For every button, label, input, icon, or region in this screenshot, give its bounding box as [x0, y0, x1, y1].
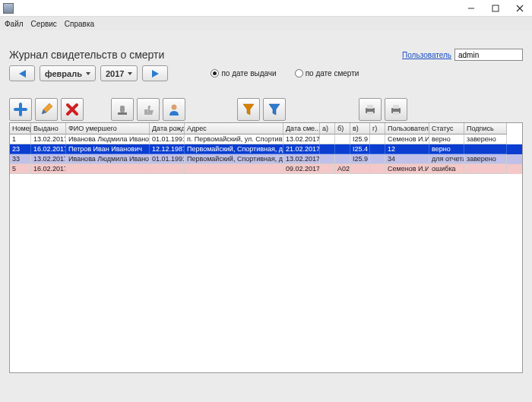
maximize-button[interactable]: [483, 0, 508, 17]
cell: 34: [385, 154, 429, 164]
data-grid[interactable]: Номер Выдано ФИО умершего Дата рожд. Адр…: [9, 122, 523, 373]
col-num[interactable]: Номер: [10, 123, 31, 135]
svg-rect-9: [367, 112, 373, 115]
svg-rect-8: [367, 105, 373, 109]
cell: Первомайский, Спортивная, д.2, к: [185, 144, 283, 154]
cell: [464, 144, 507, 154]
cell: 12: [385, 144, 429, 154]
cell: Иванова Людмила Ивановна: [66, 154, 150, 164]
col-addr[interactable]: Адрес: [185, 123, 283, 135]
col-b[interactable]: б): [335, 123, 350, 135]
col-birth[interactable]: Дата рожд.: [150, 123, 185, 135]
cell: [370, 164, 385, 174]
radio-by-death[interactable]: по дате смерти: [295, 69, 359, 78]
toolbar: [9, 98, 523, 121]
cell: Петров Иван Иванович: [66, 144, 150, 154]
cell: п. Первомайский, ул. Спортивная: [185, 135, 283, 144]
cell: заверено: [464, 154, 507, 164]
table-row[interactable]: 113.02.2017Иванова Людмила Ивановна01.01…: [10, 135, 522, 144]
person-button[interactable]: [163, 98, 185, 121]
menu-service[interactable]: Сервис: [31, 20, 57, 28]
print-button[interactable]: [359, 98, 382, 121]
funnel-clear-button[interactable]: [263, 98, 286, 121]
print2-button[interactable]: [385, 98, 407, 121]
cell: для отчета: [429, 154, 464, 164]
cell: [370, 135, 385, 144]
year-select[interactable]: 2017: [100, 65, 138, 81]
cell: [185, 164, 283, 174]
cell: 21.02.2017: [283, 144, 320, 154]
month-select[interactable]: февраль: [40, 65, 96, 81]
cell: [350, 164, 370, 174]
cell: [464, 164, 507, 174]
cell: [320, 135, 335, 144]
svg-rect-11: [393, 105, 399, 109]
cell: 33: [10, 154, 31, 164]
app-icon: [3, 3, 14, 14]
cell: [335, 154, 350, 164]
cell: ошибка: [429, 164, 464, 174]
cell: [66, 164, 150, 174]
delete-button[interactable]: [61, 98, 84, 121]
person-icon: [166, 102, 182, 117]
col-user[interactable]: Пользователь: [385, 123, 429, 135]
cell: Первомайский, Спортивная, д.2: [185, 154, 283, 164]
printer-icon: [388, 102, 404, 117]
menu-help[interactable]: Справка: [65, 20, 94, 28]
user-label[interactable]: Пользователь: [402, 51, 451, 59]
close-button[interactable]: [508, 0, 532, 17]
radio-icon: [295, 69, 303, 78]
funnel-blue-icon: [267, 102, 282, 117]
radio-by-issue[interactable]: по дате выдачи: [211, 69, 276, 78]
chevron-down-icon: [128, 72, 132, 75]
cell: 12.12.1987: [150, 144, 185, 154]
arrow-left-icon: [19, 70, 26, 78]
col-death[interactable]: Дата сме...: [283, 123, 320, 135]
next-month-button[interactable]: [142, 65, 168, 81]
cell: верно: [429, 135, 464, 144]
table-row[interactable]: 2316.02.2017Петров Иван Иванович12.12.19…: [10, 144, 522, 154]
prev-month-button[interactable]: [9, 65, 35, 81]
col-fio[interactable]: ФИО умершего: [66, 123, 150, 135]
minimize-button[interactable]: [459, 0, 483, 17]
cell: 16.02.2017: [31, 144, 66, 154]
x-icon: [65, 102, 80, 117]
cell: I25.4: [350, 144, 370, 154]
cell: 16.02.2017: [31, 164, 66, 174]
stamp-icon: [115, 102, 130, 117]
cell: I25.9: [350, 154, 370, 164]
stamp-button[interactable]: [111, 98, 134, 121]
menu-file[interactable]: Файл: [5, 20, 24, 28]
cell: A02.2: [335, 164, 350, 174]
cell: [335, 144, 350, 154]
edit-button[interactable]: [35, 98, 58, 121]
cell: I25.9: [350, 135, 370, 144]
pencil-icon: [39, 102, 54, 117]
col-a[interactable]: а): [320, 123, 335, 135]
cell: 5: [10, 164, 31, 174]
table-row[interactable]: 3313.02.2017Иванова Людмила Ивановна01.0…: [10, 154, 522, 164]
col-sign[interactable]: Подпись: [464, 123, 507, 135]
cell: Иванова Людмила Ивановна: [66, 135, 150, 144]
user-input[interactable]: [454, 49, 523, 61]
svg-rect-12: [393, 112, 399, 115]
radio-label: по дате смерти: [306, 69, 359, 78]
approve-button[interactable]: [137, 98, 160, 121]
svg-rect-4: [118, 112, 127, 115]
funnel-button[interactable]: [237, 98, 260, 121]
cell: 13.02.2017: [31, 135, 66, 144]
col-g[interactable]: г): [370, 123, 385, 135]
arrow-right-icon: [152, 70, 159, 78]
col-v[interactable]: в): [350, 123, 370, 135]
col-status[interactable]: Статус: [429, 123, 464, 135]
cell: 1: [10, 135, 31, 144]
cell: 13.02.2017: [283, 135, 320, 144]
table-row[interactable]: 516.02.201709.02.2017A02.2Семенов И.И.ош…: [10, 164, 522, 174]
plus-icon: [13, 102, 28, 117]
col-issued[interactable]: Выдано: [31, 123, 66, 135]
menubar: Файл Сервис Справка: [0, 17, 532, 30]
radio-label: по дате выдачи: [221, 69, 276, 78]
add-button[interactable]: [9, 98, 32, 121]
radio-icon: [211, 69, 219, 78]
svg-rect-1: [492, 5, 499, 11]
